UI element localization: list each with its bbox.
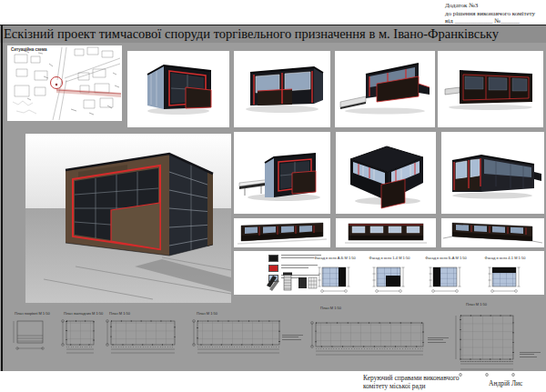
note-block-2 [428,337,449,344]
note-block-1 [282,335,303,341]
render-view-7 [441,132,544,214]
plan-title-6: План М 1:50 [466,302,487,307]
render-main-perspective [25,134,231,303]
appendix-line-2: до рішення виконавчого комітету [445,10,535,18]
kiosk-render-icon [234,51,330,127]
kiosk-render-icon [234,132,330,214]
presentation-board: Додаток №3 до рішення виконавчого коміте… [0,0,546,392]
signature-name: Андрій Лис [489,379,522,387]
render-strip-1 [234,218,330,247]
axon-detail-drawings [265,271,319,295]
kiosk-render-icon [336,132,436,214]
kiosk-render-icon [127,51,229,127]
elevation-drawing-4 [487,263,523,296]
map-red-route [56,88,121,97]
render-perspective-3 [335,51,435,127]
appendix-line-1: Додаток №3 [445,2,535,10]
site-plan-map: Ситуаційна схема [7,45,122,121]
signature-role: Керуючий справами виконавчого комітету м… [363,374,460,390]
render-strip-3 [441,218,544,247]
board-left-border [1,25,3,371]
render-perspective-2 [234,51,330,127]
elevation-title-3: Фасад в осях Б-А М 1:50 [417,256,475,260]
kiosk-strip-render-icon [336,218,436,247]
site-plan-drawing [7,45,122,121]
site-map-label: Ситуаційна схема [11,47,47,52]
floor-plan-5 [310,317,429,360]
elevation-title-2: Фасад в осях 1-4 М 1:50 [360,256,419,260]
kiosk-strip-render-icon [234,218,330,247]
render-view-6 [336,132,436,214]
floor-plan-6 [452,307,523,380]
note-block-3 [520,352,541,358]
map-location-marker [51,77,63,89]
floor-plan-4 [192,315,285,358]
floor-plan-2 [60,315,98,358]
render-perspective-4 [438,51,543,127]
main-kiosk-render [25,134,231,303]
signature-role-line-1: Керуючий справами виконавчого [363,374,460,382]
render-view-5 [234,132,330,214]
signature-role-line-2: комітету міської ради [363,382,460,390]
title-bar: Ескізний проект тимчасової споруди торгі… [0,25,546,43]
kiosk-render-icon [441,132,544,214]
kiosk-render-icon [335,51,435,127]
kiosk-render-icon [438,51,543,127]
kiosk-strip-render-icon [441,218,544,247]
legend-swatch-black [268,255,278,262]
floor-plan-1 [12,315,48,357]
elevation-title-1: Фасад в осях А-Б М 1:50 [306,256,364,260]
elevation-drawing-3 [428,263,464,296]
appendix-note: Додаток №3 до рішення виконавчого коміте… [445,2,535,25]
elevation-drawing-1 [317,263,353,296]
elevation-title-4: Фасад в осях 4-1 М 1:50 [476,256,534,260]
floor-plan-3 [106,315,180,358]
render-strip-2 [336,218,436,247]
page-title: Ескізний проект тимчасової споруди торгі… [0,25,546,43]
render-perspective-1 [127,51,229,127]
elevation-drawing-2 [371,263,408,296]
plan-title-5: План М 1:50 [320,306,341,310]
